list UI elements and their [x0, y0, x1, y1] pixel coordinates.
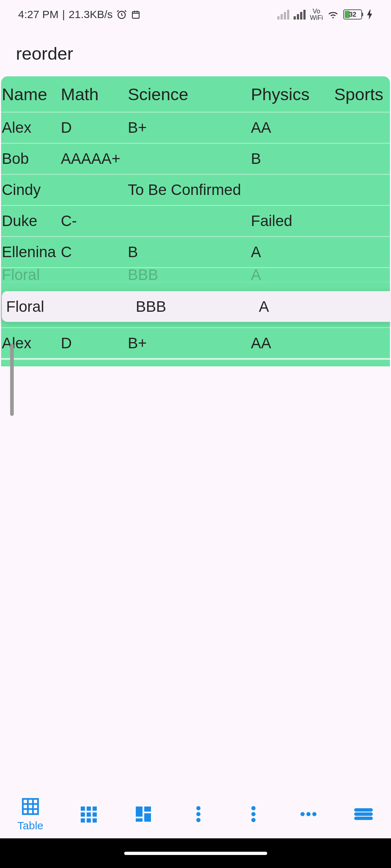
- svg-point-21: [251, 818, 256, 822]
- svg-point-16: [196, 806, 201, 810]
- page-title: reorder: [0, 29, 391, 76]
- svg-rect-11: [92, 818, 97, 822]
- table-row[interactable]: Alex D B+ AA: [1, 328, 390, 359]
- table-row[interactable]: Duke C- Failed: [1, 206, 390, 237]
- charging-icon: [366, 9, 373, 20]
- nav-more-1[interactable]: [188, 804, 209, 824]
- nav-table[interactable]: Table: [17, 796, 43, 832]
- svg-rect-9: [81, 818, 85, 822]
- table-row-ghost-top: Floral BBB A: [1, 268, 390, 282]
- alarm-icon: [116, 9, 127, 20]
- bottom-nav: Table: [0, 790, 391, 838]
- signal-icon-1: [277, 9, 289, 20]
- nav-dashboard[interactable]: [133, 804, 154, 824]
- svg-rect-4: [87, 807, 91, 811]
- nav-more-2[interactable]: [243, 804, 264, 824]
- dragging-row[interactable]: Floral BBB A: [2, 291, 391, 322]
- signal-icon-2: [294, 9, 306, 20]
- calendar-icon: [131, 9, 141, 20]
- svg-point-23: [306, 812, 311, 816]
- vo-wifi-label: Vo WiFi: [310, 8, 323, 21]
- svg-point-24: [312, 812, 316, 816]
- table-grid-icon: [20, 796, 41, 817]
- table-row[interactable]: Bob AAAAA+ B: [1, 144, 390, 175]
- svg-point-18: [196, 818, 201, 822]
- status-data-rate: 21.3KB/s: [69, 8, 113, 21]
- svg-rect-6: [81, 812, 85, 817]
- apps-grid-icon: [78, 804, 98, 824]
- system-nav-bar: [0, 838, 391, 868]
- svg-point-20: [251, 812, 256, 816]
- header-name[interactable]: Name: [1, 84, 61, 104]
- nav-table-label: Table: [17, 820, 43, 832]
- nav-grid[interactable]: [78, 804, 98, 824]
- svg-rect-8: [92, 812, 97, 817]
- header-sports[interactable]: Sports: [334, 84, 390, 104]
- svg-rect-3: [81, 807, 85, 811]
- svg-rect-7: [87, 812, 91, 817]
- data-table: Name Math Science Physics Sports Alex D …: [1, 76, 390, 366]
- status-time: 4:27 PM: [18, 8, 59, 21]
- table-row[interactable]: Ellenina C B A: [1, 237, 390, 268]
- svg-point-22: [300, 812, 305, 816]
- home-indicator[interactable]: [124, 852, 267, 855]
- battery-icon: 32: [343, 9, 362, 20]
- menu-icon: [353, 804, 374, 824]
- scroll-indicator: [10, 344, 14, 416]
- svg-rect-1: [133, 12, 139, 18]
- svg-rect-13: [144, 807, 151, 812]
- more-vert-icon: [243, 804, 264, 824]
- svg-rect-10: [87, 818, 91, 822]
- header-science[interactable]: Science: [128, 84, 251, 104]
- svg-rect-12: [136, 807, 143, 817]
- table-row[interactable]: Cindy To Be Confirmed: [1, 175, 390, 206]
- more-horiz-icon: [298, 804, 319, 824]
- more-vert-icon: [188, 804, 209, 824]
- dashboard-icon: [133, 804, 154, 824]
- status-bar: 4:27 PM | 21.3KB/s Vo WiFi 32: [0, 0, 391, 29]
- svg-rect-2: [23, 799, 38, 814]
- nav-more-horiz[interactable]: [298, 804, 319, 824]
- table-footer: [1, 359, 390, 366]
- svg-rect-5: [92, 807, 97, 811]
- svg-rect-14: [144, 813, 151, 821]
- svg-point-17: [196, 812, 201, 816]
- nav-menu[interactable]: [353, 804, 374, 824]
- svg-point-19: [251, 806, 256, 810]
- table-row[interactable]: Alex D B+ AA: [1, 112, 390, 144]
- wifi-icon: [327, 9, 339, 20]
- header-math[interactable]: Math: [61, 84, 128, 104]
- header-physics[interactable]: Physics: [251, 84, 334, 104]
- table-header-row: Name Math Science Physics Sports: [1, 76, 390, 112]
- svg-rect-15: [136, 818, 143, 821]
